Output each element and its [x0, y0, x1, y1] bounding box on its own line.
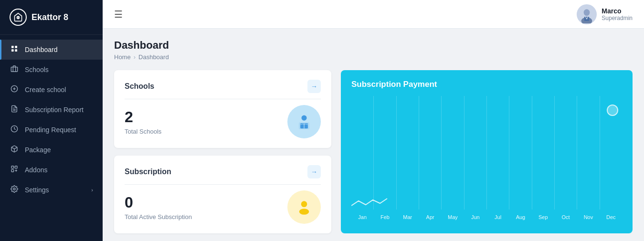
sidebar-item-addons[interactable]: Addons	[0, 160, 103, 180]
main-content: ☰ Marco Superadmin Dashboard Home	[103, 0, 644, 241]
addons-icon	[10, 165, 19, 175]
subscription-stat-number: 0	[125, 194, 192, 211]
chart-col-apr: Apr	[419, 96, 442, 210]
svg-point-26	[299, 209, 309, 215]
svg-point-21	[301, 115, 306, 121]
schools-card-link-button[interactable]: →	[307, 80, 321, 93]
month-label-feb: Feb	[380, 214, 390, 220]
month-label-jul: Jul	[495, 214, 501, 220]
chart-grid: JanFebMarAprMayJunJulAugSepOctNovDec	[351, 96, 622, 210]
settings-icon	[10, 185, 19, 195]
breadcrumb-separator: ›	[134, 53, 136, 61]
chart-title: Subscription Payment	[351, 80, 622, 89]
subscription-icon-circle	[287, 190, 321, 224]
avatar	[577, 4, 597, 24]
page-content: Dashboard Home › Dashboard Schools →	[103, 29, 644, 241]
sidebar-item-subscription-report[interactable]: Subscription Report	[0, 100, 103, 120]
sidebar-item-label-settings: Settings	[25, 186, 49, 194]
user-role: Superadmin	[602, 15, 633, 21]
chart-data-point	[607, 105, 618, 116]
chart-wave	[351, 196, 390, 210]
month-label-mar: Mar	[403, 214, 412, 220]
subscription-payment-chart: Subscription Payment JanFebMarAprMayJunJ…	[341, 70, 633, 233]
subscription-card-link-button[interactable]: →	[307, 165, 321, 178]
sidebar-item-label-addons: Addons	[25, 166, 47, 174]
month-label-jan: Jan	[358, 214, 367, 220]
svg-rect-4	[15, 49, 17, 52]
dashboard-icon	[10, 45, 19, 54]
chart-col-jul: Jul	[487, 96, 509, 210]
sidebar-item-pending-request[interactable]: Pending Request	[0, 120, 103, 140]
chart-col-aug: Aug	[509, 96, 532, 210]
sidebar: Ekattor 8 Dashboard Schools Create schoo…	[0, 0, 103, 241]
schools-stat: 2 Total Schools	[125, 108, 161, 135]
svg-point-18	[584, 9, 590, 16]
month-label-oct: Oct	[562, 214, 570, 220]
schools-icon	[10, 65, 19, 74]
subscription-stat-label: Total Active Subscription	[125, 213, 192, 220]
sidebar-item-label-create-school: Create school	[25, 86, 66, 94]
svg-rect-1	[11, 46, 14, 48]
sidebar-item-label-package: Package	[25, 146, 51, 154]
package-icon	[10, 145, 19, 155]
user-info: Marco Superadmin	[602, 7, 633, 21]
svg-rect-13	[11, 166, 14, 168]
app-name: Ekattor 8	[32, 12, 68, 22]
hamburger-button[interactable]: ☰	[114, 9, 123, 20]
svg-rect-3	[11, 49, 14, 52]
sidebar-item-label-dashboard: Dashboard	[25, 46, 58, 53]
subscription-card-body: 0 Total Active Subscription	[125, 190, 321, 224]
left-cards: Schools → 2 Total Schools	[114, 70, 331, 233]
sidebar-item-settings[interactable]: Settings ›	[0, 180, 103, 200]
subscription-card-header: Subscription →	[125, 165, 321, 185]
chart-col-feb: Feb	[374, 96, 396, 210]
schools-stat-number: 2	[125, 108, 161, 126]
sidebar-item-schools[interactable]: Schools	[0, 60, 103, 80]
schools-card-body: 2 Total Schools	[125, 105, 321, 138]
page-title: Dashboard	[114, 39, 633, 52]
header-user: Marco Superadmin	[577, 4, 633, 24]
sidebar-item-label-schools: Schools	[25, 66, 49, 73]
schools-stat-label: Total Schools	[125, 128, 161, 135]
chart-col-sep: Sep	[532, 96, 555, 210]
breadcrumb-home[interactable]: Home	[114, 53, 131, 61]
sidebar-item-package[interactable]: Package	[0, 140, 103, 160]
svg-rect-2	[15, 46, 17, 48]
schools-card-title: Schools	[125, 82, 154, 91]
month-label-dec: Dec	[606, 214, 616, 220]
month-label-nov: Nov	[584, 214, 593, 220]
schools-card: Schools → 2 Total Schools	[114, 70, 331, 148]
month-label-jun: Jun	[471, 214, 480, 220]
create-school-icon	[10, 85, 19, 94]
chart-col-oct: Oct	[555, 96, 577, 210]
svg-point-25	[301, 201, 307, 207]
chart-col-jun: Jun	[465, 96, 487, 210]
month-label-apr: Apr	[426, 214, 434, 220]
settings-arrow-icon: ›	[91, 187, 93, 193]
sidebar-item-create-school[interactable]: Create school	[0, 80, 103, 100]
chart-col-mar: Mar	[397, 96, 419, 210]
pending-request-icon	[10, 125, 19, 135]
svg-rect-5	[11, 67, 17, 72]
svg-point-16	[13, 188, 15, 190]
subscription-card: Subscription → 0 Total Active Subscripti…	[114, 156, 331, 233]
subscription-card-title: Subscription	[125, 168, 171, 176]
schools-card-header: Schools →	[125, 80, 321, 99]
sidebar-item-label-subscription-report: Subscription Report	[25, 106, 84, 114]
header: ☰ Marco Superadmin	[103, 0, 644, 29]
subscription-report-icon	[10, 105, 19, 115]
schools-arrow-icon: →	[311, 83, 317, 90]
user-name: Marco	[602, 7, 633, 15]
logo-icon	[10, 9, 27, 26]
month-label-may: May	[448, 214, 458, 220]
sidebar-item-label-pending-request: Pending Request	[25, 126, 76, 134]
dashboard-grid: Schools → 2 Total Schools	[114, 70, 633, 233]
schools-icon-circle	[287, 105, 321, 138]
subscription-arrow-icon: →	[311, 168, 317, 176]
sidebar-logo: Ekattor 8	[0, 0, 103, 35]
sidebar-item-dashboard[interactable]: Dashboard	[0, 40, 103, 60]
month-label-sep: Sep	[538, 214, 548, 220]
svg-rect-15	[11, 169, 14, 172]
subscription-stat: 0 Total Active Subscription	[125, 194, 192, 220]
chart-col-jan: Jan	[351, 96, 374, 210]
